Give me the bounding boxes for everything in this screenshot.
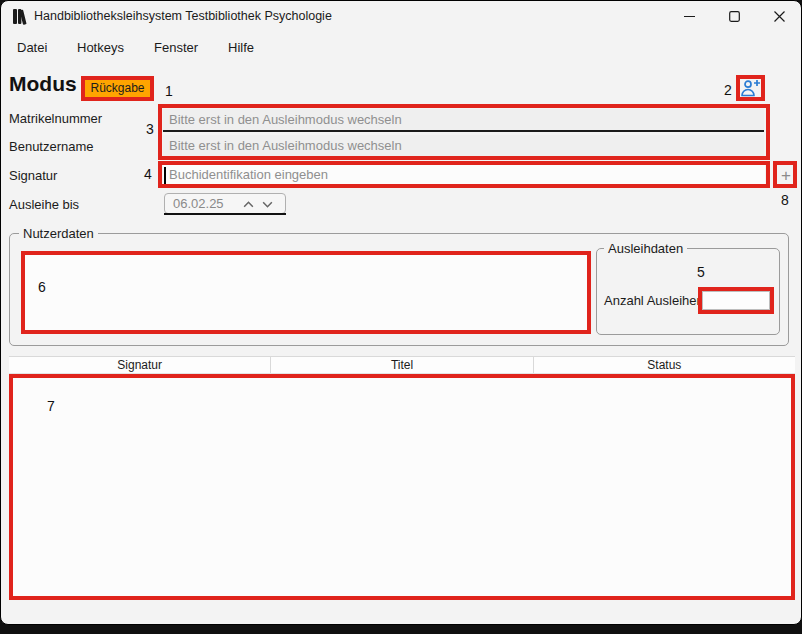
matrikelnummer-label: Matrikelnummer (9, 111, 102, 126)
table-header: Signatur Titel Status (9, 356, 795, 374)
annotation-number-5: 5 (697, 264, 705, 280)
add-signatur-button[interactable]: + (777, 166, 795, 184)
chevron-down-icon[interactable] (261, 198, 274, 211)
minimize-icon (684, 11, 695, 22)
annotation-number-3: 3 (146, 121, 154, 137)
column-header-titel[interactable]: Titel (271, 357, 533, 373)
menu-item-hilfe[interactable]: Hilfe (223, 34, 259, 62)
annotation-box-4 (158, 161, 770, 188)
modus-label: Modus (9, 72, 77, 96)
spinner-underline (164, 213, 286, 215)
date-spinner[interactable]: 06.02.25 (164, 193, 286, 214)
person-plus-icon (740, 79, 761, 97)
annotation-number-8: 8 (781, 192, 789, 208)
maximize-icon (729, 11, 740, 22)
maximize-button[interactable] (712, 1, 756, 31)
benutzername-label: Benutzername (9, 139, 94, 154)
add-user-button[interactable] (740, 79, 761, 97)
title-bar: Handbibliotheksleihsystem Testbibliothek… (1, 1, 801, 31)
mode-rueckgabe-button[interactable]: Rückgabe (85, 80, 150, 97)
menu-item-hotkeys[interactable]: Hotkeys (72, 34, 129, 62)
ausleihe-bis-label: Ausleihe bis (9, 197, 79, 212)
app-window: Handbibliotheksleihsystem Testbibliothek… (0, 0, 802, 625)
annotation-box-7 (9, 374, 795, 600)
annotation-box-5 (698, 287, 774, 314)
column-header-signatur[interactable]: Signatur (9, 357, 271, 373)
nutzerdaten-title: Nutzerdaten (19, 226, 98, 241)
annotation-box-3 (158, 104, 770, 160)
menu-item-fenster[interactable]: Fenster (149, 34, 203, 62)
window-title: Handbibliotheksleihsystem Testbibliothek… (34, 1, 332, 31)
annotation-number-2: 2 (724, 82, 732, 98)
book-stack-icon (12, 8, 28, 25)
anzahl-ausleihen-label: Anzahl Ausleihen (604, 293, 704, 308)
annotation-number-1: 1 (165, 83, 173, 99)
annotation-number-6: 6 (38, 279, 46, 295)
column-header-status[interactable]: Status (534, 357, 795, 373)
minimize-button[interactable] (667, 1, 711, 31)
close-icon (774, 11, 785, 22)
signatur-label: Signatur (9, 168, 57, 183)
menu-bar: Datei Hotkeys Fenster Hilfe (1, 34, 801, 62)
chevron-up-icon[interactable] (242, 198, 255, 211)
annotation-box-6 (21, 251, 591, 334)
annotation-number-4: 4 (144, 166, 152, 182)
close-button[interactable] (757, 1, 801, 31)
annotation-number-7: 7 (47, 398, 55, 414)
menu-item-datei[interactable]: Datei (12, 34, 52, 62)
date-value: 06.02.25 (173, 196, 224, 211)
ausleihdaten-title: Ausleihdaten (604, 241, 687, 256)
